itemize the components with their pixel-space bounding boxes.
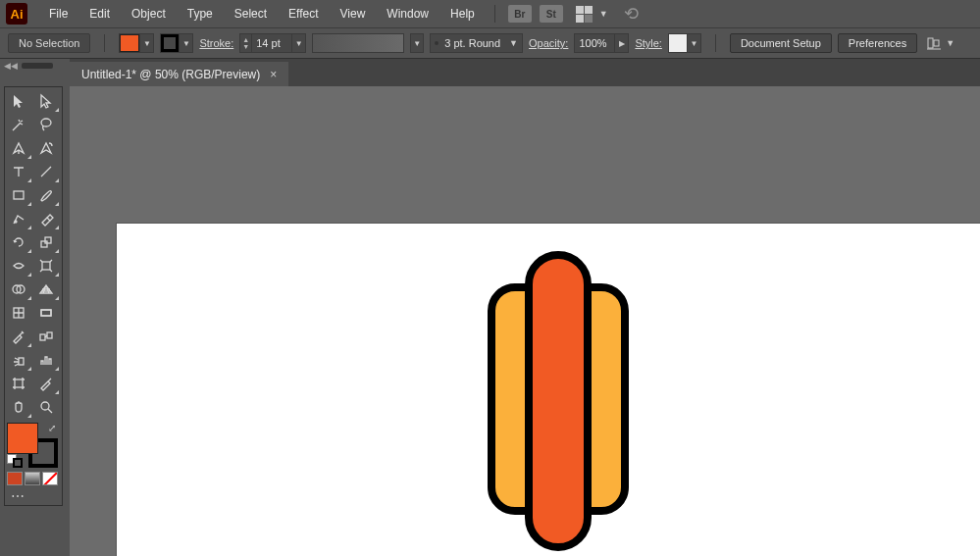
- chevron-down-icon: ▼: [946, 38, 954, 48]
- document-setup-button[interactable]: Document Setup: [730, 33, 832, 53]
- svg-rect-0: [928, 38, 933, 48]
- stroke-weight-input[interactable]: [252, 37, 291, 49]
- arrange-documents-button[interactable]: ▼: [576, 6, 608, 23]
- stroke-swatch: [161, 34, 179, 52]
- menu-window[interactable]: Window: [377, 3, 438, 25]
- shape-builder-tool[interactable]: [5, 278, 32, 301]
- brush-definition[interactable]: 3 pt. Round ▼: [430, 33, 523, 53]
- svg-point-17: [41, 402, 49, 410]
- perspective-grid-tool[interactable]: [32, 278, 60, 301]
- svg-rect-7: [45, 237, 51, 243]
- menu-help[interactable]: Help: [440, 3, 485, 25]
- scale-tool[interactable]: [32, 230, 60, 254]
- hotdog-shape[interactable]: [525, 251, 592, 551]
- eraser-tool[interactable]: [32, 207, 60, 230]
- svg-rect-1: [934, 40, 939, 46]
- svg-rect-15: [19, 358, 24, 365]
- chevron-down-icon[interactable]: ▼: [410, 33, 424, 53]
- selection-tool[interactable]: [5, 89, 32, 113]
- svg-rect-12: [41, 310, 51, 316]
- chevron-down-icon[interactable]: ▼: [139, 34, 153, 52]
- chevron-down-icon[interactable]: ▼: [179, 34, 192, 52]
- divider: [715, 34, 716, 52]
- curvature-tool[interactable]: [32, 136, 60, 160]
- chevron-down-icon[interactable]: ▼: [291, 34, 305, 52]
- color-mode-row: [5, 470, 62, 487]
- menu-effect[interactable]: Effect: [279, 3, 328, 25]
- chevron-down-icon: ▼: [509, 38, 518, 48]
- color-mode-button[interactable]: [7, 472, 23, 485]
- chevron-down-icon[interactable]: ▼: [687, 34, 700, 52]
- expand-dock-icon[interactable]: ◀◀: [4, 61, 18, 71]
- menu-file[interactable]: File: [39, 3, 77, 25]
- none-mode-button[interactable]: [42, 472, 58, 485]
- menu-type[interactable]: Type: [178, 3, 223, 25]
- eyedropper-tool[interactable]: [5, 325, 32, 348]
- swap-fill-stroke-icon[interactable]: ⤢: [48, 423, 56, 433]
- menu-bar: Ai File Edit Object Type Select Effect V…: [0, 0, 980, 27]
- sync-settings-icon[interactable]: ⟲: [624, 3, 639, 25]
- stock-icon[interactable]: St: [540, 5, 563, 23]
- chevron-right-icon[interactable]: ▶: [614, 34, 628, 52]
- pen-tool[interactable]: [5, 136, 32, 160]
- artboard[interactable]: [117, 224, 980, 556]
- opacity-label[interactable]: Opacity:: [529, 37, 568, 49]
- rectangle-tool[interactable]: [5, 183, 32, 207]
- fill-box[interactable]: [7, 423, 38, 454]
- zoom-tool[interactable]: [32, 395, 60, 419]
- fill-swatch: [120, 34, 139, 52]
- more-tools-button[interactable]: ⋯: [5, 487, 62, 505]
- artboard-tool[interactable]: [5, 372, 32, 395]
- menu-select[interactable]: Select: [225, 3, 277, 25]
- variable-width-profile[interactable]: [312, 33, 404, 53]
- close-icon[interactable]: ×: [270, 68, 277, 81]
- free-transform-tool[interactable]: [32, 254, 60, 278]
- type-tool[interactable]: [5, 160, 32, 183]
- menu-view[interactable]: View: [331, 3, 376, 25]
- magic-wand-tool[interactable]: [5, 113, 32, 136]
- selection-indicator[interactable]: No Selection: [8, 33, 90, 53]
- fill-stroke-control[interactable]: ⤢: [7, 423, 62, 468]
- menu-edit[interactable]: Edit: [79, 3, 120, 25]
- tools-panel: ⤢ ⋯: [4, 86, 63, 506]
- width-tool[interactable]: [5, 254, 32, 278]
- document-tab[interactable]: Untitled-1* @ 50% (RGB/Preview) ×: [70, 62, 288, 86]
- app-logo: Ai: [6, 3, 27, 25]
- bridge-icon[interactable]: Br: [508, 5, 532, 23]
- default-fill-stroke-icon[interactable]: [7, 454, 23, 468]
- direct-selection-tool[interactable]: [32, 89, 60, 113]
- stroke-weight-field[interactable]: ▲▼ ▼: [239, 33, 306, 53]
- opacity-input[interactable]: [575, 37, 614, 49]
- shaper-tool[interactable]: [5, 207, 32, 230]
- gradient-tool[interactable]: [32, 301, 60, 325]
- rotate-tool[interactable]: [5, 230, 32, 254]
- dock-header[interactable]: ◀◀: [0, 59, 70, 73]
- slice-tool[interactable]: [32, 372, 60, 395]
- menu-object[interactable]: Object: [122, 3, 176, 25]
- dock-grip[interactable]: [22, 63, 53, 69]
- svg-rect-8: [42, 262, 50, 270]
- lasso-tool[interactable]: [32, 113, 60, 136]
- svg-point-3: [41, 119, 51, 126]
- blend-tool[interactable]: [32, 325, 60, 348]
- stroke-label[interactable]: Stroke:: [199, 37, 233, 49]
- canvas-area[interactable]: [70, 86, 980, 556]
- paintbrush-tool[interactable]: [32, 183, 60, 207]
- hand-tool[interactable]: [5, 395, 32, 419]
- divider: [104, 34, 105, 52]
- stepper-icon[interactable]: ▲▼: [240, 34, 252, 52]
- align-menu-button[interactable]: ▼: [927, 36, 954, 50]
- symbol-sprayer-tool[interactable]: [5, 348, 32, 372]
- mesh-tool[interactable]: [5, 301, 32, 325]
- column-graph-tool[interactable]: [32, 348, 60, 372]
- preferences-button[interactable]: Preferences: [838, 33, 917, 53]
- stroke-color-control[interactable]: ▼: [160, 33, 193, 53]
- graphic-style-control[interactable]: ▼: [668, 33, 701, 53]
- svg-point-5: [15, 221, 17, 223]
- opacity-field[interactable]: ▶: [574, 33, 629, 53]
- style-label[interactable]: Style:: [635, 37, 662, 49]
- line-segment-tool[interactable]: [32, 160, 60, 183]
- gradient-mode-button[interactable]: [25, 472, 40, 485]
- fill-color-control[interactable]: ▼: [119, 33, 154, 53]
- document-tab-bar: Untitled-1* @ 50% (RGB/Preview) ×: [70, 59, 980, 86]
